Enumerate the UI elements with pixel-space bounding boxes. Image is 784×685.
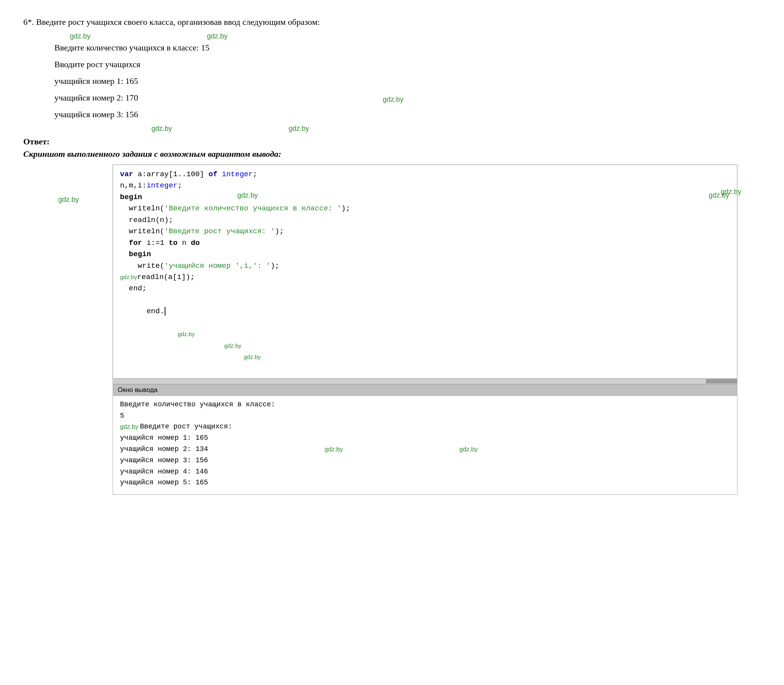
output-line-0: Введите количество учащихся в классе: bbox=[120, 399, 478, 410]
watermark-output-3: gdz.by bbox=[459, 444, 478, 454]
code-line-10: gdz.byreadln(a[i]); bbox=[120, 272, 730, 283]
code-line-9: write('учащийся номер ',i,': '); bbox=[120, 260, 730, 272]
scrollbar[interactable] bbox=[113, 379, 737, 384]
watermark-end-1: gdz.by bbox=[177, 331, 195, 337]
answer-label: Ответ: bbox=[23, 137, 761, 147]
watermark-code-inline: gdz.by bbox=[120, 274, 137, 280]
code-line-1: var a:array[1..100] of integer; bbox=[120, 169, 730, 180]
output-header: Окно вывода bbox=[113, 385, 737, 396]
task-description: Введите рост учащихся своего класса, орг… bbox=[36, 17, 320, 27]
code-line-3: begin bbox=[120, 192, 730, 203]
code-line-4: writeln('Введите количество учащихся в к… bbox=[120, 203, 730, 214]
watermark-3: gdz.by bbox=[383, 95, 403, 104]
code-line-6: writeln('Введите рост учащихся: '); bbox=[120, 226, 730, 237]
task-text: 6*. Введите рост учащихся своего класса,… bbox=[23, 16, 761, 28]
watermark-4: gdz.by bbox=[151, 125, 172, 133]
example-line-1: Вводите рост учащихся bbox=[54, 58, 761, 71]
example-line-3: учащийся номер 2: 170 bbox=[54, 91, 138, 104]
watermark-2: gdz.by bbox=[207, 32, 228, 40]
code-line-7: for i:=1 to n do bbox=[120, 238, 730, 249]
code-line-5: readln(n); bbox=[120, 215, 730, 226]
watermark-right: gdz.by bbox=[721, 188, 741, 196]
code-line-11: end; bbox=[120, 283, 730, 294]
example-line-4: учащийся номер 3: 156 bbox=[54, 108, 761, 121]
watermark-end-3: gdz.by bbox=[243, 354, 261, 360]
output-area: Окно вывода Введите количество учащихся … bbox=[113, 384, 737, 495]
screenshot-label: Скриншот выполненного задания с возможны… bbox=[23, 149, 761, 159]
watermark-output-2: gdz.by bbox=[325, 444, 343, 454]
watermark-end-2: gdz.by bbox=[224, 342, 241, 349]
output-line-5: учащийся номер 3: 156 bbox=[120, 455, 478, 466]
output-line-1: 5 bbox=[120, 410, 478, 421]
scrollbar-thumb[interactable] bbox=[706, 379, 737, 383]
output-line-2: Введите рост учащихся: bbox=[140, 421, 232, 432]
watermark-1: gdz.by bbox=[70, 32, 90, 40]
code-line-8: begin bbox=[120, 249, 730, 260]
output-line-4: учащийся номер 2: 134 bbox=[120, 444, 208, 455]
example-lines: Введите количество учащихся в классе: 15… bbox=[54, 41, 761, 121]
watermark-left: gdz.by bbox=[58, 196, 79, 204]
example-line-0: Введите количество учащихся в классе: 15 bbox=[54, 41, 761, 54]
watermark-5: gdz.by bbox=[289, 125, 309, 133]
code-editor: gdz.by gdz.by var a:array[1..100] of int… bbox=[113, 165, 737, 379]
example-line-2: учащийся номер 1: 165 bbox=[54, 75, 138, 87]
output-line-7: учащийся номер 5: 165 bbox=[120, 477, 478, 488]
watermark-output-1: gdz.by bbox=[120, 422, 138, 432]
code-line-12: end. gdz.by gdz.by gdz.by bbox=[120, 295, 730, 375]
task-number: 6*. bbox=[23, 17, 34, 27]
code-line-2: n,m,i:integer; bbox=[120, 180, 730, 191]
output-line-3: учащийся номер 1: 165 bbox=[120, 432, 478, 444]
output-body: Введите количество учащихся в классе: 5 … bbox=[113, 396, 737, 494]
output-line-6: учащийся номер 4: 146 bbox=[120, 466, 478, 477]
